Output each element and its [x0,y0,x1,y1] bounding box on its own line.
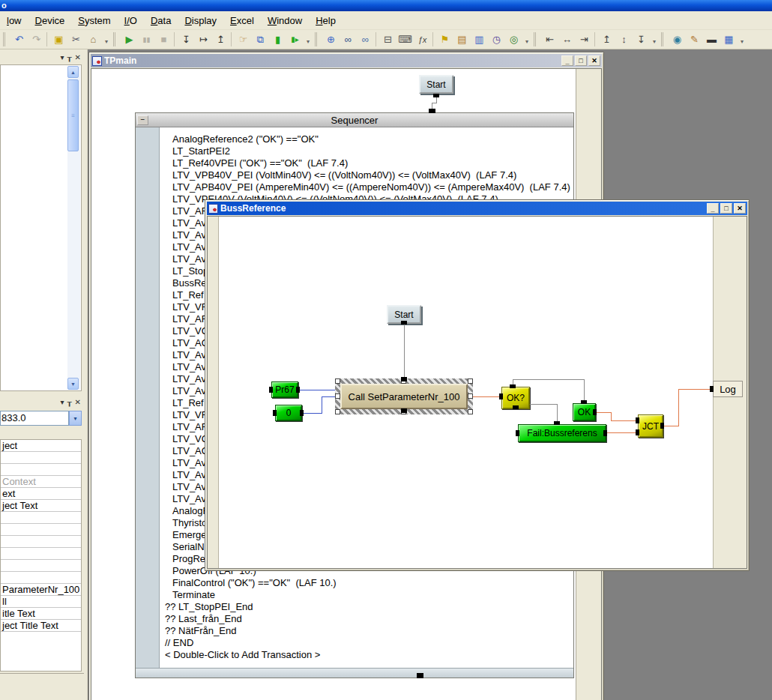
call-block[interactable]: Call SetParameterNr_100 [340,384,468,409]
menu-item[interactable]: System [71,12,117,29]
ok-block[interactable]: OK [573,403,596,421]
menu-item[interactable]: low [0,12,28,29]
transaction-line[interactable]: ?? NätFrån_End [160,625,573,637]
insert-block-icon[interactable]: ▮ [269,31,286,47]
stop-icon[interactable]: ■ [155,31,172,47]
property-row[interactable] [1,560,81,572]
search-view-icon[interactable]: ◎ [505,31,522,47]
vertical-scrollbar[interactable]: ▲ ≡ ▼ [67,66,80,390]
log-port[interactable]: Log [713,381,743,397]
find-icon[interactable]: ∞ [340,31,357,47]
maximize-button[interactable]: □ [720,203,732,214]
toolbar-overflow-icon[interactable]: ▾ [650,31,659,47]
scrollbar-thumb[interactable]: ≡ [67,79,79,151]
align-top-icon[interactable]: ↥ [598,31,615,47]
transaction-line[interactable]: LT_Ref40VPEI ("OK") =="OK" (LAF 7.4) [160,157,573,169]
undo-icon[interactable]: ↶ [10,31,28,47]
dock-pin-icon[interactable]: ┰ [67,399,72,406]
home-icon[interactable]: ⌂ [85,31,102,47]
property-row[interactable]: ext [1,488,81,500]
cut-icon[interactable]: ✂ [67,31,85,47]
property-row[interactable] [1,464,81,476]
property-row[interactable] [1,572,81,584]
property-row[interactable]: ject [1,440,81,452]
tpmain-titlebar[interactable]: TPmain _ □ ✕ [91,54,602,67]
transaction-line[interactable]: LTV_APB40V_PEI (AmpereMin40V) <= ((Amper… [160,181,573,193]
selection-handle[interactable] [468,409,473,414]
flag-icon[interactable]: ⚑ [436,31,453,47]
menu-item[interactable]: Help [309,12,343,29]
append-block-icon[interactable]: ▮▸ [286,31,304,47]
property-row[interactable] [1,536,81,548]
align-bottom-icon[interactable]: ↧ [633,31,650,47]
button-face-icon[interactable]: ▬ [703,31,720,47]
align-left-icon[interactable]: ⇤ [541,31,558,47]
align-middle-icon[interactable]: ↕ [615,31,633,47]
report-edit-icon[interactable]: ✎ [686,31,703,47]
step-into-icon[interactable]: ↧ [178,31,195,47]
menu-item[interactable]: Display [178,12,223,29]
app-titlebar[interactable]: o [0,0,772,11]
selection-handle[interactable] [335,409,340,414]
dock-pin-icon[interactable]: ┰ [67,54,72,61]
start-block[interactable]: Start [387,305,421,324]
property-row[interactable]: ll [1,596,81,608]
align-right-icon[interactable]: ⇥ [576,31,593,47]
fail-block[interactable]: Fail:Bussreferens [518,424,606,442]
selection-handle[interactable] [335,393,340,399]
zoom-icon[interactable]: ⊕ [322,31,340,47]
combobox-dropdown-icon[interactable]: ▾ [69,411,82,426]
cascade-windows-icon[interactable]: ⧉ [252,31,269,47]
step-out-icon[interactable]: ↥ [212,31,229,47]
bussreference-window[interactable]: BussReference _ □ ✕ Start Call SetParame… [205,199,750,571]
pr67-block[interactable]: Pr67 [271,381,298,398]
transaction-line[interactable]: // END [160,637,573,649]
timer-icon[interactable]: ◷ [488,31,505,47]
property-row[interactable] [1,512,81,524]
transaction-line[interactable]: < Double-Click to Add Transaction > [160,649,573,661]
scroll-down-button[interactable]: ▼ [67,378,79,390]
ok-question-block[interactable]: OK? [501,387,530,409]
maximize-button[interactable]: □ [575,55,587,66]
pause-icon[interactable]: ▮▮ [138,31,155,47]
transaction-line[interactable]: LTV_VPB40V_PEI (VoltMin40V) <= ((VoltNom… [160,169,573,181]
toolbar-overflow-icon[interactable]: ▾ [522,31,531,47]
property-row[interactable]: itle Text [1,608,81,620]
property-row[interactable]: Context [1,476,81,488]
step-over-icon[interactable]: ↦ [195,31,212,47]
jct-block[interactable]: JCT [638,414,663,438]
minimize-button[interactable]: _ [561,55,573,66]
insert-object-icon[interactable]: ▣ [50,31,67,47]
selection-handle[interactable] [468,393,473,399]
properties-icon[interactable]: ▤ [453,31,471,47]
transaction-line[interactable]: ?? Last_från_End [160,613,573,625]
property-row[interactable]: ParameterNr_100 [1,584,81,596]
menu-item[interactable]: I/O [118,12,144,29]
bussreference-titlebar[interactable]: BussReference _ □ ✕ [207,202,747,215]
transaction-line[interactable]: Terminate [160,589,573,601]
menu-item[interactable]: Window [261,12,309,29]
close-button[interactable]: ✕ [588,55,600,66]
selection-handle[interactable] [401,378,406,384]
dock-close-icon[interactable]: ✕ [75,54,81,61]
close-button[interactable]: ✕ [734,203,746,214]
combobox-value[interactable]: 833.0 [0,411,69,426]
property-row[interactable]: ject Title Text [1,620,81,632]
menu-item[interactable]: Data [144,12,178,29]
redo-icon[interactable]: ↷ [28,31,45,47]
start-block[interactable]: Start [419,75,453,94]
toolbar-overflow-icon[interactable]: ▾ [102,31,111,47]
dock-menu-icon[interactable]: ▾ [61,54,64,61]
selection-handle[interactable] [335,378,340,384]
menu-item[interactable]: Excel [223,12,261,29]
property-row[interactable]: ject Text [1,500,81,512]
transaction-line[interactable]: FinalControl ("OK") =="OK" (LAF 10.) [160,577,573,589]
align-center-icon[interactable]: ↔ [558,31,576,47]
transaction-line[interactable]: AnalogReference2 ("OK") =="OK" [160,133,573,145]
property-row[interactable] [1,452,81,464]
toolbar-overflow-icon[interactable]: ▾ [304,31,313,47]
transaction-line[interactable]: ?? LT_StopPEI_End [160,601,573,613]
options-list-icon[interactable]: ⊟ [379,31,396,47]
zero-block[interactable]: 0 [275,405,302,421]
find-next-icon[interactable]: ∞ [357,31,374,47]
